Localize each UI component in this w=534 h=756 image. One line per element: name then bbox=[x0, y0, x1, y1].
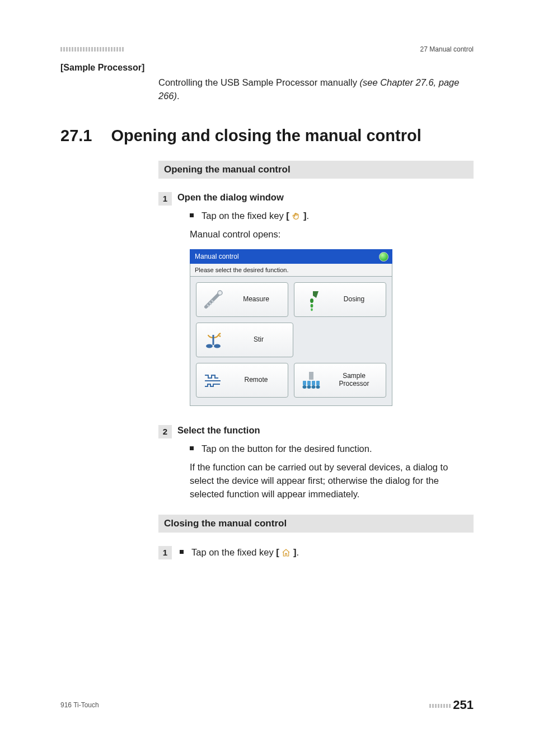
section-title: Opening and closing the manual control bbox=[111, 127, 421, 145]
stir-button[interactable]: Stir bbox=[196, 323, 293, 357]
footer-page-number: 251 bbox=[453, 698, 474, 712]
svg-rect-16 bbox=[316, 381, 320, 385]
header-ornament-left bbox=[60, 47, 124, 52]
remote-label: Remote bbox=[229, 376, 283, 384]
key-open-bracket: [ bbox=[276, 547, 282, 557]
step-title: Open the dialog window bbox=[177, 192, 474, 203]
svg-point-6 bbox=[311, 304, 313, 307]
svg-rect-13 bbox=[303, 381, 306, 385]
bullet-text-post: . bbox=[307, 211, 310, 221]
header-chapter-label: 27 Manual control bbox=[420, 45, 474, 53]
svg-point-17 bbox=[303, 385, 307, 389]
step-result: If the function can be carried out by se… bbox=[190, 461, 474, 501]
stir-label: Stir bbox=[229, 336, 288, 344]
screenshot-titlebar: Manual control bbox=[190, 249, 392, 264]
sample-processor-label: Sample Processor bbox=[327, 372, 381, 388]
footer-ornament bbox=[429, 704, 451, 708]
section-number: 27.1 bbox=[60, 127, 92, 145]
bullet-text-pre: Tap on the fixed key bbox=[191, 547, 276, 557]
procedure-open: Opening the manual control 1 Open the di… bbox=[158, 161, 474, 564]
measure-icon bbox=[201, 287, 226, 312]
screenshot-button-grid: Measure Dosing bbox=[190, 277, 392, 406]
dosing-button[interactable]: Dosing bbox=[294, 282, 386, 317]
bullet-icon bbox=[180, 550, 184, 554]
empty-cell bbox=[299, 323, 386, 357]
key-close-bracket: ] bbox=[291, 547, 296, 557]
svg-point-20 bbox=[316, 385, 320, 389]
key-open-bracket: [ bbox=[286, 211, 292, 221]
step-bullet: Tap on the fixed key [ ]. bbox=[180, 546, 474, 559]
close-step-1: 1 Tap on the fixed key [ ]. bbox=[158, 546, 474, 564]
step-number: 2 bbox=[158, 425, 172, 438]
step-2: 2 Select the function Tap on the button … bbox=[158, 425, 474, 501]
footer-page-number-block: 251 bbox=[429, 698, 474, 712]
bullet-icon bbox=[190, 213, 194, 217]
svg-point-10 bbox=[214, 344, 221, 348]
dosing-label: Dosing bbox=[327, 296, 381, 304]
definition-body: Controlling the USB Sample Processor man… bbox=[158, 76, 474, 103]
dosing-icon bbox=[299, 287, 324, 312]
measure-label: Measure bbox=[229, 296, 283, 304]
hand-icon bbox=[292, 212, 301, 221]
screenshot-title: Manual control bbox=[195, 253, 239, 260]
page-header: 27 Manual control bbox=[60, 44, 474, 55]
remote-icon bbox=[201, 368, 226, 393]
svg-rect-15 bbox=[312, 381, 315, 385]
status-led-icon bbox=[379, 252, 388, 262]
procedure-title-bar: Closing the manual control bbox=[158, 515, 474, 533]
svg-point-9 bbox=[206, 344, 213, 348]
screenshot-instruction: Please select the desired function. bbox=[190, 264, 392, 277]
remote-button[interactable]: Remote bbox=[196, 363, 288, 398]
bullet-icon bbox=[190, 446, 194, 450]
stir-icon bbox=[201, 328, 226, 352]
embedded-screenshot: Manual control Please select the desired… bbox=[190, 249, 392, 406]
svg-point-7 bbox=[311, 308, 313, 311]
svg-point-4 bbox=[218, 291, 222, 295]
step-number: 1 bbox=[158, 546, 172, 559]
definition-text-main: Controlling the USB Sample Processor man… bbox=[158, 77, 360, 87]
svg-point-5 bbox=[310, 298, 313, 303]
step-title: Select the function bbox=[177, 425, 474, 436]
bullet-text-post: . bbox=[297, 547, 299, 557]
svg-rect-12 bbox=[309, 372, 313, 380]
step-bullet: Tap on the button for the desired functi… bbox=[190, 442, 474, 455]
section-heading: 27.1 Opening and closing the manual cont… bbox=[60, 127, 474, 145]
sample-processor-button[interactable]: Sample Processor bbox=[294, 363, 386, 398]
definition-term: [Sample Processor] bbox=[60, 63, 474, 73]
home-icon bbox=[282, 548, 291, 557]
bullet-text-pre: Tap on the fixed key bbox=[202, 211, 286, 221]
svg-point-18 bbox=[307, 385, 311, 389]
footer-product-name: 916 Ti-Touch bbox=[60, 701, 99, 709]
step-1: 1 Open the dialog window Tap on the fixe… bbox=[158, 192, 474, 419]
measure-button[interactable]: Measure bbox=[196, 282, 288, 317]
svg-rect-14 bbox=[307, 381, 311, 385]
sample-processor-icon bbox=[299, 368, 324, 393]
step-bullet: Tap on the fixed key [ ]. bbox=[190, 209, 474, 222]
key-close-bracket: ] bbox=[301, 211, 306, 221]
procedure-title-bar: Opening the manual control bbox=[158, 161, 474, 179]
step-number: 1 bbox=[158, 192, 172, 206]
page-footer: 916 Ti-Touch 251 bbox=[60, 698, 474, 712]
bullet-text: Tap on the button for the desired functi… bbox=[202, 442, 372, 455]
definition-text-tail: . bbox=[177, 91, 180, 101]
svg-point-19 bbox=[312, 385, 316, 389]
step-result: Manual control opens: bbox=[190, 228, 474, 241]
